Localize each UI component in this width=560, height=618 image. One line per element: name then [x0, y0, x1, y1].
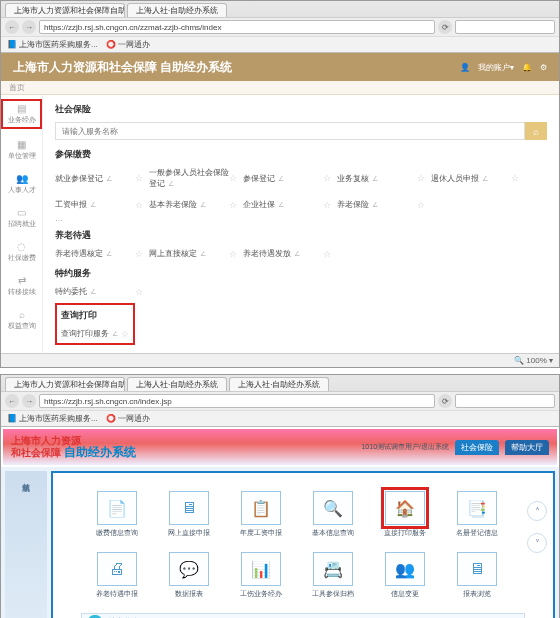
- sidebar-item[interactable]: ⇄转移接续: [1, 273, 42, 299]
- sidebar-item[interactable]: ◌社保缴费: [1, 239, 42, 265]
- function-card[interactable]: 📑名册登记信息: [451, 491, 503, 538]
- star-icon[interactable]: ☆: [323, 173, 331, 183]
- browser-search[interactable]: [455, 20, 555, 34]
- service-link[interactable]: 工资申报 ∠☆: [55, 197, 143, 212]
- browser-tab[interactable]: 上海人社·自助经办系统: [229, 377, 329, 391]
- function-card[interactable]: 🖥网上直接申报: [163, 491, 215, 538]
- function-card[interactable]: 👥信息变更: [379, 552, 431, 599]
- browser-search[interactable]: [455, 394, 555, 408]
- star-icon[interactable]: ☆: [135, 173, 143, 183]
- function-label: 报表浏览: [451, 589, 503, 599]
- service-link[interactable]: 参保登记 ∠☆: [243, 165, 331, 191]
- sidebar-item-biz[interactable]: ▤业务经办: [1, 99, 42, 129]
- function-label: 养老待遇申报: [91, 589, 143, 599]
- function-icon: 🏠: [385, 491, 425, 525]
- chevron-right-icon: ∠: [372, 201, 378, 208]
- browser-tab[interactable]: 上海人社·自助经办系统: [127, 377, 227, 391]
- service-search-input[interactable]: [55, 122, 525, 140]
- star-icon[interactable]: ☆: [229, 200, 237, 210]
- browser-tab[interactable]: 上海市人力资源和社会保障自助...: [5, 377, 125, 391]
- refresh-button[interactable]: ⟳: [438, 394, 452, 408]
- function-card[interactable]: 📄缴费信息查询: [91, 491, 143, 538]
- function-icon: 🖨: [97, 552, 137, 586]
- more-ellipsis[interactable]: …: [55, 214, 547, 223]
- service-link[interactable]: 企业社保 ∠☆: [243, 197, 331, 212]
- scroll-down-button[interactable]: ˅: [527, 533, 547, 553]
- sidebar-item[interactable]: ▦单位管理: [1, 137, 42, 163]
- function-card[interactable]: 📊工伤业务经办: [235, 552, 287, 599]
- highlighted-section: 查询打印 查询打印服务 ∠☆: [55, 303, 135, 345]
- screenshot-bottom: 上海市人力资源和社会保障自助... 上海人社·自助经办系统 上海人社·自助经办系…: [0, 374, 560, 618]
- bookmark-bar: 📘 上海市医药采购服务... ⭕ 一网通办: [1, 36, 559, 52]
- service-link[interactable]: 一般参保人员社会保险登记 ∠☆: [149, 165, 237, 191]
- bookmark-item[interactable]: 📘 上海市医药采购服务...: [7, 413, 98, 424]
- star-icon[interactable]: ☆: [417, 173, 425, 183]
- star-icon[interactable]: ☆: [511, 173, 519, 183]
- back-button[interactable]: ←: [5, 20, 19, 34]
- service-link[interactable]: 业务复核 ∠☆: [337, 165, 425, 191]
- star-icon[interactable]: ☆: [229, 249, 237, 259]
- sidebar-item[interactable]: 👥人事人才: [1, 171, 42, 197]
- user-area[interactable]: 👤 我的账户▾ 🔔 ⚙: [460, 62, 547, 73]
- service-link[interactable]: 特约委托 ∠☆: [55, 284, 143, 299]
- browser-tab[interactable]: 上海市人力资源和社会保障自助...: [5, 3, 125, 17]
- back-button[interactable]: ←: [5, 394, 19, 408]
- function-icon: 🖥: [169, 491, 209, 525]
- function-card[interactable]: 🖨养老待遇申报: [91, 552, 143, 599]
- star-icon[interactable]: ☆: [229, 173, 237, 183]
- function-card[interactable]: 💬数据报表: [163, 552, 215, 599]
- sidebar-item[interactable]: ▭招聘就业: [1, 205, 42, 231]
- search-button[interactable]: ⌕: [525, 122, 547, 140]
- function-card[interactable]: 📇工具参保归档: [307, 552, 359, 599]
- star-icon[interactable]: ☆: [135, 200, 143, 210]
- service-grid: 养老待遇核定 ∠☆网上直接核定 ∠☆养老待遇发放 ∠☆: [55, 246, 547, 261]
- star-icon[interactable]: ☆: [135, 249, 143, 259]
- service-link[interactable]: 查询打印服务 ∠☆: [61, 326, 129, 341]
- service-link[interactable]: 就业参保登记 ∠☆: [55, 165, 143, 191]
- message-strip[interactable]: ✔ 特办信息: [81, 613, 525, 618]
- function-card[interactable]: 📋年度工资申报: [235, 491, 287, 538]
- chevron-right-icon: ∠: [372, 175, 378, 182]
- url-field[interactable]: https://zzjb.rsj.sh.cngcn.cn/zzmat-zzjb-…: [39, 20, 435, 34]
- service-link[interactable]: 养老待遇核定 ∠☆: [55, 246, 143, 261]
- bookmark-item[interactable]: 📘 上海市医药采购服务...: [7, 39, 98, 50]
- bell-icon[interactable]: 🔔: [522, 63, 532, 72]
- sidebar-item[interactable]: ⌕权益查询: [1, 307, 42, 333]
- service-link[interactable]: 网上直接核定 ∠☆: [149, 246, 237, 261]
- function-icon: 📊: [241, 552, 281, 586]
- main-tab-insurance[interactable]: 社会保险: [455, 440, 499, 455]
- chevron-right-icon: ∠: [90, 201, 96, 208]
- inner-tab[interactable]: 首页: [9, 82, 25, 93]
- service-link[interactable]: 退休人员申报 ∠☆: [431, 165, 519, 191]
- url-field[interactable]: https://zzjb.rsj.sh.cngcn.cn/index.jsp: [39, 394, 435, 408]
- sidebar-tab[interactable]: 领航菜单: [5, 471, 30, 477]
- scroll-up-button[interactable]: ˄: [527, 501, 547, 521]
- user-info[interactable]: 1010测试调查用户/退出系统: [361, 442, 449, 452]
- forward-button[interactable]: →: [22, 20, 36, 34]
- refresh-button[interactable]: ⟳: [438, 20, 452, 34]
- star-icon[interactable]: ☆: [417, 200, 425, 210]
- star-icon[interactable]: ☆: [135, 287, 143, 297]
- service-link[interactable]: 养老待遇发放 ∠☆: [243, 246, 331, 261]
- search-icon: ⌕: [1, 309, 42, 320]
- sidebar: ▤业务经办 ▦单位管理 👥人事人才 ▭招聘就业 ◌社保缴费 ⇄转移接续 ⌕权益查…: [1, 95, 43, 353]
- forward-button[interactable]: →: [22, 394, 36, 408]
- function-card[interactable]: 🔍基本信息查询: [307, 491, 359, 538]
- bookmark-item[interactable]: ⭕ 一网通办: [106, 413, 150, 424]
- function-icon: 📋: [241, 491, 281, 525]
- service-link[interactable]: 基本养老保险 ∠☆: [149, 197, 237, 212]
- function-card[interactable]: 🖥报表浏览: [451, 552, 503, 599]
- service-link[interactable]: 养老保险 ∠☆: [337, 197, 425, 212]
- bookmark-item[interactable]: ⭕ 一网通办: [106, 39, 150, 50]
- star-icon[interactable]: ☆: [323, 200, 331, 210]
- function-card[interactable]: 🏠直接打印服务: [379, 491, 431, 538]
- chevron-right-icon: ∠: [168, 180, 174, 187]
- function-icon: 📄: [97, 491, 137, 525]
- chevron-right-icon: ∠: [294, 250, 300, 257]
- browser-tab[interactable]: 上海人社·自助经办系统: [127, 3, 227, 17]
- star-icon[interactable]: ☆: [323, 249, 331, 259]
- user-label: 我的账户▾: [478, 62, 514, 73]
- gear-icon[interactable]: ⚙: [540, 63, 547, 72]
- star-icon[interactable]: ☆: [121, 329, 129, 339]
- main-tab-help[interactable]: 帮助大厅: [505, 440, 549, 455]
